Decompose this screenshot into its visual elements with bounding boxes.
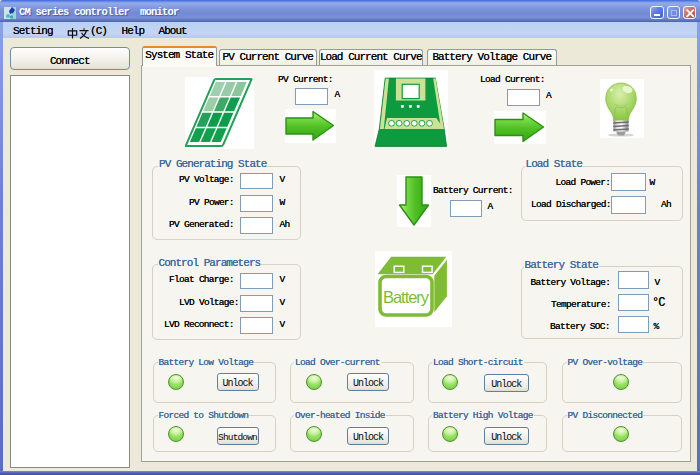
- svg-text:Battery: Battery: [383, 288, 430, 306]
